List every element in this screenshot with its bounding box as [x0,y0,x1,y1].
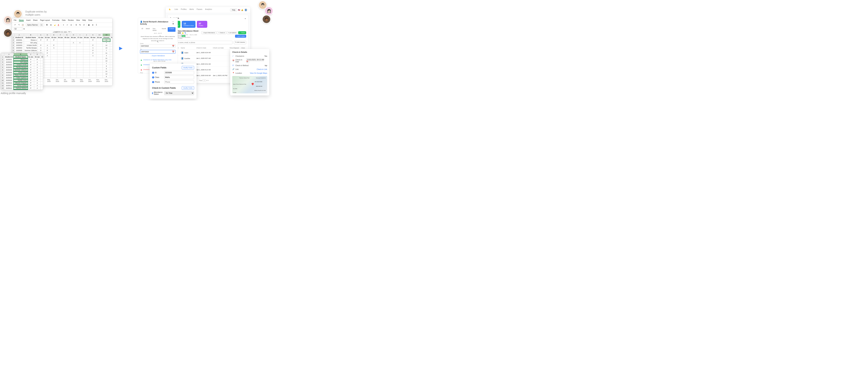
border-icon[interactable]: ⊞ [50,24,52,26]
row-header[interactable]: 5 [1,66,4,69]
cell[interactable]: Kristian Devlin [24,44,38,47]
cell[interactable]: P [41,74,43,77]
cell[interactable] [51,70,57,73]
cell[interactable]: A [34,82,41,84]
cell[interactable]: A [90,55,96,57]
cell-ref[interactable]: 53 [14,28,22,30]
cell[interactable]: 23 [110,57,113,60]
col-header[interactable]: G [64,34,70,36]
cell[interactable] [64,70,70,73]
cell[interactable]: 2025001 [4,58,14,61]
cell[interactable]: P [41,69,43,71]
cell[interactable] [57,52,64,55]
chevron-down-icon[interactable]: ⌄ [244,17,246,20]
cell[interactable] [83,70,90,73]
nav-lists[interactable]: Lists [175,8,178,11]
table-header[interactable]: Check-out Date [212,46,228,50]
col-header[interactable]: AC [110,34,113,36]
help-button[interactable]: Help [230,8,237,11]
cell[interactable]: Kristian Devlin [14,63,28,66]
checkin-button[interactable]: ✓ Check-in [217,31,226,34]
cell[interactable] [44,70,51,73]
cell[interactable]: P [90,39,96,41]
cell[interactable] [70,52,77,55]
cell[interactable] [51,73,57,75]
cell[interactable]: 5 [103,67,110,70]
cell[interactable] [83,52,90,55]
cell[interactable]: A [77,41,83,44]
cell[interactable]: P [90,44,96,47]
cell[interactable] [64,52,70,55]
col-header[interactable]: A [14,34,24,36]
grid-front[interactable]: ABCDE1Student IDStudent Name01-Jan02-Jan… [1,53,43,90]
cell[interactable]: Summer Gibbons [24,49,38,52]
cell[interactable]: 2025006 [4,71,14,74]
align-icon[interactable]: ≡ [62,24,65,26]
ribbon-formulas[interactable]: Formulas [52,19,60,22]
cell[interactable]: A [28,66,34,69]
cell[interactable]: Salman Bullock [14,87,28,90]
ribbon-review[interactable]: Review [68,19,74,22]
cell[interactable]: Aidan Appleton [14,77,28,79]
cell[interactable] [96,52,103,55]
cell[interactable]: P [38,49,44,52]
col-header[interactable] [12,34,14,36]
cell[interactable] [70,65,77,67]
cell[interactable]: P [44,52,51,55]
cell[interactable]: 2025002 [4,61,14,63]
sheet-tab[interactable]: May 2025 [47,79,53,82]
cell[interactable] [90,60,96,62]
cell[interactable] [51,62,57,65]
cell[interactable]: 23 [110,73,113,75]
cell[interactable] [57,62,64,65]
nav-alerts[interactable]: Alerts [189,8,194,11]
row-header[interactable]: 9 [1,77,4,79]
cell[interactable] [64,49,70,52]
row-header[interactable]: 14 [1,90,4,90]
cell[interactable] [44,41,51,44]
cell[interactable] [64,67,70,70]
cell[interactable]: Dania Guthrie [14,84,28,87]
cell[interactable]: A [41,66,43,69]
cell[interactable]: 4 [103,55,110,57]
cell[interactable] [96,60,103,62]
cell[interactable] [64,55,70,57]
cell[interactable]: Tamika Barajas [24,47,38,49]
cell[interactable] [83,49,90,52]
cell[interactable] [38,41,44,44]
cell[interactable] [77,39,83,41]
cell[interactable]: A [44,44,51,47]
cell[interactable] [70,75,77,78]
cell[interactable]: Summer Gibbons [14,69,28,71]
cell[interactable]: P [41,58,43,61]
cell[interactable] [57,47,64,49]
cell[interactable] [51,52,57,55]
cell[interactable]: A [34,74,41,77]
cell[interactable]: P [41,61,43,63]
cell[interactable] [57,67,64,70]
undo-icon[interactable]: ↶ [14,24,17,26]
cell[interactable]: P [51,39,57,41]
cell[interactable] [70,67,77,70]
cell[interactable] [57,65,64,67]
font-size[interactable]: 11 [40,24,43,26]
cell[interactable] [96,39,103,41]
col-header[interactable]: J [83,34,90,36]
cell[interactable]: P [28,74,34,77]
ci-value[interactable]: View On Google Maps [250,72,267,74]
cell[interactable] [77,57,83,60]
cell[interactable] [83,55,90,57]
share-button[interactable]: ← Share [238,31,246,34]
cell[interactable]: 11 [103,57,110,60]
cell[interactable] [57,44,64,47]
fill-icon[interactable]: ◢ [53,24,56,26]
cell[interactable] [83,57,90,60]
cell[interactable]: 14 [103,44,110,47]
cell[interactable]: P [28,79,34,82]
row-header[interactable]: 5 [12,47,14,49]
table-header[interactable]: Name [180,46,195,50]
cell[interactable]: Mikaela Delgado [14,82,28,84]
row-header[interactable]: 3 [12,41,14,44]
cell[interactable]: 11 [103,39,110,41]
col-header[interactable]: F [57,34,64,36]
